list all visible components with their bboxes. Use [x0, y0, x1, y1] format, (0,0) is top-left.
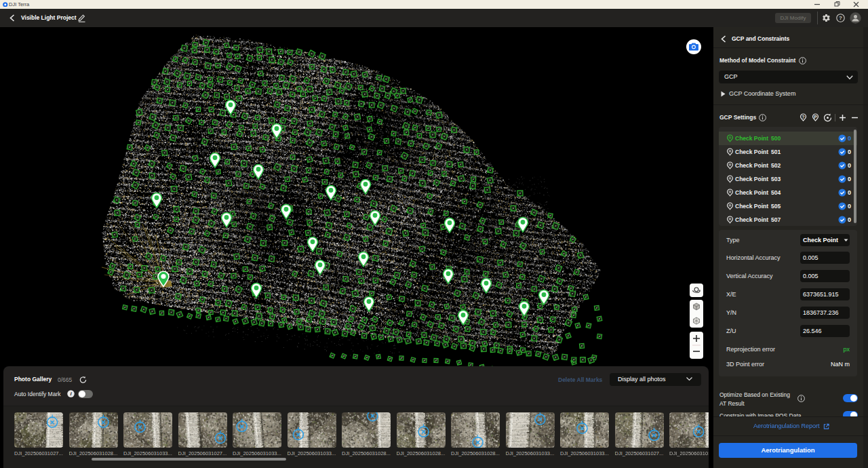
svg-text:?: ? — [802, 115, 804, 119]
svg-text:P: P — [814, 115, 817, 119]
svg-text:?: ? — [839, 15, 842, 21]
